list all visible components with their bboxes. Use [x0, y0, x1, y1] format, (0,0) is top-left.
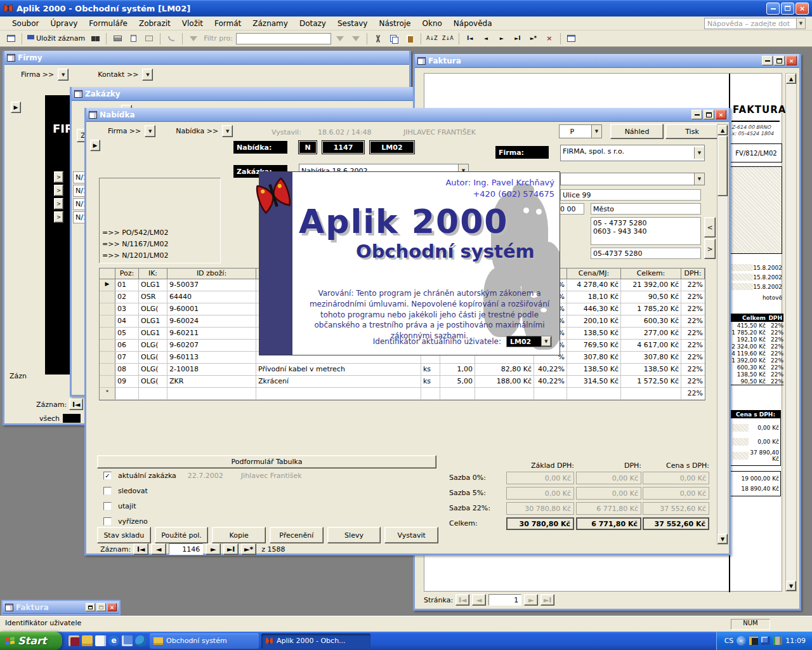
page-last-button[interactable]: ►I: [540, 594, 554, 606]
nabidka-titlebar[interactable]: Nabídka ×: [86, 108, 729, 122]
cell-celkem[interactable]: 21 392,00 Kč: [621, 279, 681, 291]
spelling-button[interactable]: [142, 32, 156, 45]
firma-combo[interactable]: FIRMA, spol. s r.o.▼: [560, 145, 705, 161]
cell-poz[interactable]: 04: [115, 315, 139, 327]
action-button[interactable]: Kopie: [212, 527, 266, 543]
menu-item[interactable]: Nástroje: [373, 17, 416, 30]
cell-id-zbozi[interactable]: 9-60001: [167, 303, 256, 315]
cell-name[interactable]: Přívodní kabel v metrech: [256, 364, 421, 375]
cell-ik[interactable]: [139, 388, 167, 399]
firmy-subrow-button[interactable]: >: [54, 171, 63, 183]
cell-id-zbozi[interactable]: ZKR: [167, 376, 256, 387]
nabidka-nabidka-dropdown[interactable]: ▼: [222, 125, 233, 137]
cell-poz[interactable]: 09: [115, 376, 139, 387]
globe-icon[interactable]: [135, 635, 146, 646]
cell-name[interactable]: Zkrácení: [256, 376, 421, 387]
cell-cena-mj[interactable]: 138,50 Kč: [567, 364, 621, 375]
cell-dph[interactable]: 22%: [681, 303, 705, 315]
header-cena-mj[interactable]: Cena/MJ:: [567, 269, 621, 279]
menu-item[interactable]: Soubor: [6, 17, 44, 30]
language-bar-icon[interactable]: <: [737, 636, 746, 646]
cell-celkem[interactable]: 1 785,20 Kč: [621, 303, 681, 315]
row-selector[interactable]: [100, 315, 115, 327]
cell-dph[interactable]: 22%: [681, 388, 705, 399]
nabidka-firma-dropdown[interactable]: ▼: [145, 125, 155, 137]
cell-ik[interactable]: OLG(: [139, 303, 167, 315]
page-prev-button[interactable]: ◄: [472, 594, 486, 606]
cell-celkem[interactable]: 277,00 Kč: [621, 328, 681, 339]
record-prev-button[interactable]: ◄: [151, 543, 166, 555]
cell-id-zbozi[interactable]: 9-60207: [167, 340, 256, 351]
cell-id-zbozi[interactable]: 9-60113: [167, 352, 256, 363]
faktura-minimize-button[interactable]: [762, 56, 773, 65]
podformular-tabulka-button[interactable]: Podformulář Tabulka: [97, 455, 436, 468]
cell-poz[interactable]: 08: [115, 364, 139, 375]
cell-ik[interactable]: OSR: [139, 291, 167, 303]
menu-item[interactable]: Úpravy: [44, 17, 83, 30]
cell-cena-mj[interactable]: [567, 388, 621, 399]
cell-poz[interactable]: 03: [115, 303, 139, 315]
firmy-firma-dropdown[interactable]: ▼: [58, 69, 69, 81]
phones-field[interactable]: 05 - 4737 52800603 - 943 340: [591, 217, 701, 245]
table-row[interactable]: * 22%: [100, 388, 705, 400]
firmy-subrow-button[interactable]: >: [54, 211, 63, 223]
cell-cena-mj[interactable]: 18,10 Kč: [567, 291, 621, 303]
cell-dph[interactable]: 22%: [681, 291, 705, 303]
cell-qty[interactable]: [440, 388, 475, 399]
filter-input[interactable]: [236, 33, 331, 44]
chevron-down-icon[interactable]: ▼: [541, 336, 551, 347]
header-poz[interactable]: Poz:: [115, 269, 139, 279]
cut-button[interactable]: [371, 32, 385, 45]
sort-descending-button[interactable]: Z↓A: [441, 32, 455, 45]
menu-item[interactable]: Formuláře: [83, 17, 133, 30]
vyrizeno-checkbox[interactable]: [103, 517, 112, 526]
delete-record-button[interactable]: ×: [542, 32, 556, 45]
cell-mj[interactable]: [421, 388, 440, 399]
table-row[interactable]: 08 OLG( 2-10018 Přívodní kabel v metrech…: [100, 364, 705, 376]
language-indicator[interactable]: CS: [724, 637, 734, 645]
sort-ascending-button[interactable]: A↓Z: [425, 32, 439, 45]
cell-poz[interactable]: 06: [115, 340, 139, 351]
faktura-titlebar[interactable]: Faktura ×: [415, 54, 799, 68]
field-n[interactable]: N: [299, 141, 317, 154]
access-key-icon[interactable]: [69, 635, 79, 646]
page-first-button[interactable]: I◄: [455, 594, 469, 606]
cell-pct[interactable]: [534, 388, 567, 399]
scroll-thumb[interactable]: [717, 136, 728, 196]
nabidka-record-selector[interactable]: ▶: [90, 140, 100, 151]
action-button[interactable]: Slevy: [327, 527, 381, 543]
row-selector[interactable]: [100, 352, 115, 363]
action-button[interactable]: Stav skladu: [97, 527, 151, 543]
cell-cena-mj[interactable]: 769,50 Kč: [567, 340, 621, 351]
start-button[interactable]: Start: [0, 632, 62, 650]
zakazky-titlebar[interactable]: Zakázky: [72, 87, 414, 101]
cell-id-zbozi[interactable]: 9-60211: [167, 328, 256, 339]
menu-item[interactable]: Dotazy: [294, 17, 332, 30]
maximize-button[interactable]: [781, 3, 794, 15]
row-selector[interactable]: [100, 376, 115, 387]
menu-item[interactable]: Sestavy: [332, 17, 374, 30]
camera-tray-icon[interactable]: [749, 637, 758, 645]
cell-price[interactable]: 82,80 Kč: [475, 364, 534, 375]
media-icon[interactable]: [122, 635, 133, 646]
cell-dph[interactable]: 22%: [681, 315, 705, 327]
header-celkem[interactable]: Celkem:: [621, 269, 681, 279]
tisk-button[interactable]: Tisk: [665, 124, 719, 139]
cell-mj[interactable]: ks: [421, 364, 440, 375]
cell-poz[interactable]: 07: [115, 352, 139, 363]
row-selector[interactable]: [100, 303, 115, 315]
offer-list-item[interactable]: =>> PO/542/LM02: [102, 227, 218, 239]
cell-cena-mj[interactable]: 446,30 Kč: [567, 303, 621, 315]
help-search-combo[interactable]: Nápověda – zadejte dot ▼: [704, 18, 806, 29]
cell-cena-mj[interactable]: 4 278,40 Kč: [567, 279, 621, 291]
offers-list[interactable]: =>> PO/542/LM02=>> N/1167/LM02=>> N/1201…: [99, 178, 221, 263]
cell-celkem[interactable]: 307,80 Kč: [621, 352, 681, 363]
chevron-down-icon[interactable]: ▼: [694, 147, 704, 159]
contact-next-button[interactable]: >: [704, 239, 716, 259]
nabidka-close-button[interactable]: ×: [716, 110, 726, 119]
menu-item[interactable]: Okno: [416, 17, 447, 30]
print-preview-button[interactable]: [126, 32, 140, 45]
firmy-subrow-button[interactable]: >: [54, 185, 63, 196]
chevron-down-icon[interactable]: ▼: [694, 173, 704, 185]
contact-prev-button[interactable]: <: [704, 217, 716, 237]
